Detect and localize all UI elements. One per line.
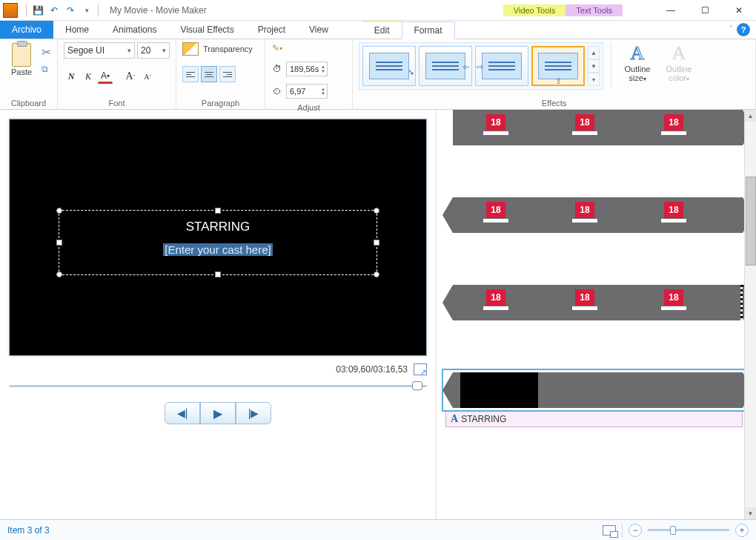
close-button[interactable]: ✕ [722, 0, 756, 21]
tab-project[interactable]: Project [246, 21, 297, 39]
outline-color-button[interactable]: A Outline color▾ [660, 42, 697, 82]
paste-button[interactable]: Paste [6, 42, 37, 76]
align-left-button[interactable] [182, 66, 199, 82]
italic-button[interactable]: K [81, 69, 96, 84]
overlay-placeholder-text[interactable]: [Enter your cast here] [163, 243, 272, 256]
tab-visual-effects[interactable]: Visual Effects [168, 21, 245, 39]
transparency-button[interactable]: Transparency [203, 45, 253, 53]
tab-animations[interactable]: Animations [101, 21, 168, 39]
preview-pane: STARRING [Enter your cast here] 03:09,60… [0, 110, 436, 519]
outline-size-button[interactable]: A Outline size▾ [619, 42, 656, 82]
video-tools-contextual-tab[interactable]: Video Tools [503, 4, 566, 16]
font-family-select[interactable]: Segoe UI▾ [64, 42, 135, 59]
group-paragraph: Transparency Paragraph [176, 39, 265, 109]
redo-icon[interactable]: ↷ [63, 3, 78, 18]
duration-input[interactable]: 6,97▲▼ [286, 84, 328, 99]
bold-button[interactable]: N [64, 69, 79, 84]
timeline-scrollbar[interactable]: ▲ ▼ [744, 110, 756, 519]
next-frame-button[interactable]: |▶ [236, 402, 271, 424]
cut-icon[interactable]: ✂ [42, 45, 51, 59]
undo-icon[interactable]: ↶ [47, 3, 62, 18]
text-overlay-frame[interactable]: STARRING [Enter your cast here] [59, 210, 377, 275]
timeline-clip[interactable]: 18 18 18 [445, 110, 743, 145]
app-icon [3, 3, 18, 18]
time-display: 03:09,60/03:16,53 [336, 364, 408, 375]
gallery-expand[interactable]: ▾ [588, 73, 600, 86]
group-effects: ➘ ⇦ ⇨ ⇧ ▲ ▼ ▾ A Outline size▾ A Outline … [353, 39, 756, 109]
effect-slide-left[interactable]: ⇦ [419, 46, 472, 86]
group-font: Segoe UI▾ 20▾ N K A▾ Aˆ Aˇ Font [58, 39, 176, 109]
font-color-button[interactable]: A▾ [98, 69, 113, 84]
effects-gallery: ➘ ⇦ ⇨ ⇧ ▲ ▼ ▾ [359, 42, 603, 90]
zoom-in-button[interactable]: + [735, 524, 749, 537]
ribbon-tabs: Archivo Home Animations Visual Effects P… [0, 21, 756, 39]
scroll-up-icon[interactable]: ▲ [745, 110, 756, 122]
caption-label: STARRING [461, 414, 506, 424]
tab-format[interactable]: Format [402, 22, 455, 39]
group-clipboard: Paste ✂ ⧉ Clipboard [0, 39, 58, 109]
fullscreen-icon[interactable] [414, 363, 427, 375]
quick-access-toolbar: 💾 ↶ ↷ ▾ [21, 3, 104, 18]
gallery-scroll-down[interactable]: ▼ [588, 59, 600, 73]
scroll-down-icon[interactable]: ▼ [745, 507, 756, 519]
start-time-input[interactable]: 189,56s▲▼ [286, 62, 328, 76]
scroll-thumb[interactable] [746, 177, 756, 266]
tab-edit[interactable]: Edit [362, 21, 402, 39]
timeline-clip[interactable]: 18 18 18 [445, 285, 743, 320]
align-right-button[interactable] [219, 66, 236, 82]
preview-video[interactable]: STARRING [Enter your cast here] [9, 119, 427, 356]
seek-thumb[interactable] [412, 381, 422, 390]
ribbon: Paste ✂ ⧉ Clipboard Segoe UI▾ 20▾ N K A▾… [0, 39, 756, 110]
grow-font-button[interactable]: Aˆ [123, 69, 138, 84]
outline-color-icon: A [672, 42, 686, 65]
caption-track[interactable]: A STARRING [445, 411, 743, 427]
text-track-icon: A [451, 413, 458, 425]
play-button[interactable]: ▶ [200, 402, 236, 424]
timeline-pane: 18 18 18 18 18 18 18 18 18 [436, 110, 756, 519]
overlay-title-text: STARRING [59, 220, 377, 234]
group-adjust: ✎▾ ⏱ 189,56s▲▼ ⏲ 6,97▲▼ Adjust [265, 39, 353, 109]
maximize-button[interactable]: ☐ [688, 0, 722, 21]
title-bar: 💾 ↶ ↷ ▾ My Movie - Movie Maker Video Too… [0, 0, 756, 21]
clipboard-icon [12, 43, 31, 67]
copy-icon[interactable]: ⧉ [42, 64, 51, 74]
timeline-clip[interactable]: 18 18 18 [445, 197, 743, 233]
status-item-count: Item 3 of 3 [7, 525, 50, 536]
transparency-icon [182, 42, 199, 56]
start-time-icon: ⏱ [271, 63, 283, 75]
window-title: My Movie - Movie Maker [110, 5, 207, 16]
shrink-font-button[interactable]: Aˇ [140, 69, 155, 84]
thumbnail-size-icon[interactable] [603, 525, 616, 536]
prev-frame-button[interactable]: ◀| [165, 402, 200, 424]
tab-home[interactable]: Home [53, 21, 101, 39]
tab-file[interactable]: Archivo [0, 21, 53, 39]
save-icon[interactable]: 💾 [30, 3, 45, 18]
seek-bar[interactable] [9, 380, 427, 392]
collapse-ribbon-icon[interactable]: ˆ [730, 25, 732, 39]
qat-customize-icon[interactable]: ▾ [79, 3, 94, 18]
timeline-title-clip[interactable] [445, 372, 743, 408]
font-size-select[interactable]: 20▾ [137, 42, 170, 59]
gallery-scroll-up[interactable]: ▲ [588, 46, 600, 59]
duration-icon: ⏲ [271, 85, 283, 97]
effect-slide-right[interactable]: ⇨ [475, 46, 528, 86]
text-tools-contextual-tab[interactable]: Text Tools [566, 4, 623, 16]
outline-size-icon: A [631, 42, 645, 65]
align-center-button[interactable] [201, 66, 217, 82]
minimize-button[interactable]: — [654, 0, 688, 21]
zoom-out-button[interactable]: − [629, 524, 642, 537]
effect-slide-up[interactable]: ⇧ [531, 46, 585, 86]
status-bar: Item 3 of 3 − + [0, 519, 756, 540]
edit-text-icon[interactable]: ✎▾ [271, 42, 283, 54]
tab-view[interactable]: View [297, 21, 340, 39]
effect-scroll-right[interactable]: ➘ [362, 46, 416, 86]
zoom-slider[interactable] [648, 529, 729, 531]
help-icon[interactable]: ? [737, 23, 750, 36]
